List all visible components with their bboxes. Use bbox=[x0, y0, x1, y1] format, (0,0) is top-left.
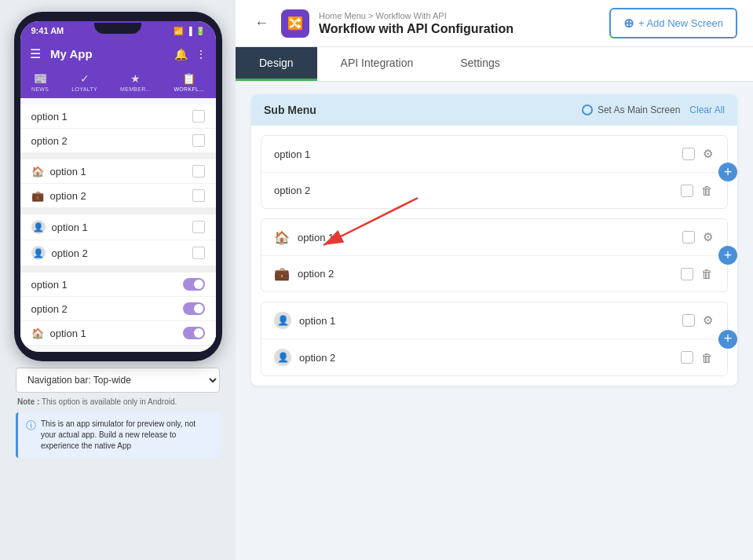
workflow-icon: 📋 bbox=[182, 72, 196, 85]
row-checkbox[interactable] bbox=[681, 268, 693, 280]
table-row: 👤 option 1 ⚙ bbox=[261, 302, 727, 339]
menu-item[interactable]: option 2 bbox=[20, 297, 216, 321]
tab-design[interactable]: Design bbox=[236, 47, 317, 81]
left-panel: 9:41 AM 📶 ▐ 🔋 ☰ My App 🔔 ⋮ bbox=[0, 0, 236, 560]
add-screen-button[interactable]: ⊕ + Add New Screen bbox=[609, 8, 737, 38]
menu-item[interactable]: 👤 option 2 bbox=[20, 240, 216, 266]
row-checkbox[interactable] bbox=[682, 148, 695, 160]
section-2-add-button[interactable]: + bbox=[718, 246, 737, 265]
option1-checkbox[interactable] bbox=[192, 110, 205, 123]
person-icon: 👤 bbox=[274, 312, 291, 329]
more-icon[interactable]: ⋮ bbox=[196, 48, 207, 60]
title-section: Home Menu > Workflow With API Workflow w… bbox=[319, 11, 600, 36]
phone-app-header: ☰ My App 🔔 ⋮ bbox=[20, 40, 216, 68]
info-box: ⓘ This is an app simulator for preview o… bbox=[16, 412, 220, 458]
phone-time: 9:41 AM bbox=[31, 26, 64, 35]
tab-settings[interactable]: Settings bbox=[437, 47, 524, 81]
option1-toggle2[interactable] bbox=[183, 327, 205, 339]
option2-toggle[interactable] bbox=[183, 302, 205, 315]
nav-workflow[interactable]: 📋 WORKFL... bbox=[174, 72, 203, 92]
signal-icon: ▐ bbox=[186, 27, 192, 35]
delete-icon[interactable]: 🗑 bbox=[700, 182, 715, 199]
option2-checkbox[interactable] bbox=[192, 247, 205, 259]
row-actions: ⚙ bbox=[682, 145, 715, 163]
bag-icon: 💼 bbox=[274, 266, 290, 281]
person-icon: 👤 bbox=[31, 220, 46, 234]
option-label: option 1 bbox=[298, 232, 682, 243]
menu-item[interactable]: option 1 bbox=[20, 273, 216, 297]
tab-api-integration[interactable]: API Integration bbox=[317, 47, 437, 81]
phone-content: option 1 option 2 🏠 option 1 bbox=[20, 98, 216, 352]
section-1: option 1 ⚙ option 2 🗑 bbox=[261, 135, 728, 209]
option-label: option 2 bbox=[298, 268, 681, 280]
delete-icon[interactable]: 🗑 bbox=[700, 350, 715, 366]
menu-icon[interactable]: ☰ bbox=[30, 47, 41, 60]
phone-notch bbox=[94, 23, 141, 34]
table-row: 🏠 option 1 ⚙ bbox=[261, 219, 727, 256]
row-checkbox[interactable] bbox=[682, 314, 695, 327]
notification-icon[interactable]: 🔔 bbox=[174, 48, 188, 60]
option-label: option 1 bbox=[299, 315, 682, 327]
table-row: option 2 🗑 bbox=[261, 173, 727, 208]
section-3-add-button[interactable]: + bbox=[718, 330, 737, 349]
settings-icon[interactable]: ⚙ bbox=[701, 312, 715, 329]
table-row: option 1 ⚙ bbox=[261, 136, 727, 173]
option1-toggle[interactable] bbox=[183, 278, 205, 291]
phone-preview: 9:41 AM 📶 ▐ 🔋 ☰ My App 🔔 ⋮ bbox=[14, 12, 222, 361]
member-icon: ★ bbox=[130, 72, 141, 85]
set-main-screen-label: Set As Main Screen bbox=[598, 104, 680, 115]
person2-icon: 👤 bbox=[31, 246, 46, 260]
option2-checkbox[interactable] bbox=[192, 189, 205, 202]
option1-checkbox[interactable] bbox=[192, 165, 205, 178]
delete-icon[interactable]: 🗑 bbox=[700, 265, 715, 282]
main-content: Sub Menu Set As Main Screen Clear All op… bbox=[236, 82, 753, 560]
row-actions: 🗑 bbox=[681, 265, 715, 282]
battery-icon: 🔋 bbox=[196, 27, 205, 35]
menu-item[interactable]: option 2 bbox=[20, 129, 216, 153]
menu-item[interactable]: 🏠 option 1 bbox=[20, 159, 216, 184]
row-actions: 🗑 bbox=[681, 182, 715, 199]
settings-icon[interactable]: ⚙ bbox=[701, 145, 715, 163]
back-button[interactable]: ← bbox=[251, 12, 272, 35]
page-title: Workflow with API Configuration bbox=[319, 22, 600, 36]
person2-icon: 👤 bbox=[274, 349, 291, 366]
menu-item[interactable]: option 1 bbox=[20, 104, 216, 129]
settings-icon[interactable]: ⚙ bbox=[701, 229, 715, 246]
info-text: This is an app simulator for preview onl… bbox=[41, 419, 212, 452]
nav-member[interactable]: ★ MEMBER... bbox=[120, 72, 151, 92]
option-label: option 1 bbox=[274, 148, 682, 160]
add-screen-label: + Add New Screen bbox=[638, 17, 723, 29]
note-text: Note : This option is available only in … bbox=[16, 397, 220, 406]
navigation-select[interactable]: Navigation bar: Top-wide Navigation bar:… bbox=[16, 368, 220, 393]
section-1-add-button[interactable]: + bbox=[718, 163, 737, 181]
row-checkbox[interactable] bbox=[682, 231, 695, 243]
menu-item[interactable]: 👤 option 1 bbox=[20, 214, 216, 240]
section-3: 👤 option 1 ⚙ 👤 option 2 🗑 bbox=[261, 302, 728, 376]
clear-all-button[interactable]: Clear All bbox=[689, 104, 725, 115]
divider bbox=[20, 208, 216, 214]
home-icon: 🏠 bbox=[31, 166, 44, 178]
card-header: Sub Menu Set As Main Screen Clear All bbox=[251, 94, 737, 126]
menu-item[interactable]: 💼 option 2 bbox=[20, 184, 216, 208]
phone-status-icons: 📶 ▐ 🔋 bbox=[174, 27, 204, 35]
divider bbox=[20, 266, 216, 273]
option-label: option 2 bbox=[274, 185, 681, 196]
card-header-right: Set As Main Screen Clear All bbox=[582, 104, 725, 115]
option2-checkbox[interactable] bbox=[192, 134, 205, 147]
radio-circle bbox=[582, 104, 593, 115]
row-actions: ⚙ bbox=[682, 312, 715, 329]
option1-checkbox[interactable] bbox=[192, 221, 205, 233]
home-icon: 🏠 bbox=[274, 230, 290, 245]
row-checkbox[interactable] bbox=[681, 185, 693, 197]
row-actions: 🗑 bbox=[681, 350, 715, 366]
set-main-screen-button[interactable]: Set As Main Screen bbox=[582, 104, 680, 115]
nav-news[interactable]: 📰 NEWS bbox=[31, 72, 49, 92]
workflow-icon-box: 🔀 bbox=[281, 9, 309, 38]
row-checkbox[interactable] bbox=[681, 351, 693, 364]
phone-header-icons: 🔔 ⋮ bbox=[174, 48, 207, 60]
menu-item[interactable]: 🏠 option 1 bbox=[20, 321, 216, 346]
news-icon: 📰 bbox=[34, 72, 47, 85]
wifi-icon: 📶 bbox=[174, 27, 183, 35]
plus-icon: ⊕ bbox=[623, 16, 634, 31]
nav-loyalty[interactable]: ✓ LOYALTY bbox=[71, 72, 97, 92]
